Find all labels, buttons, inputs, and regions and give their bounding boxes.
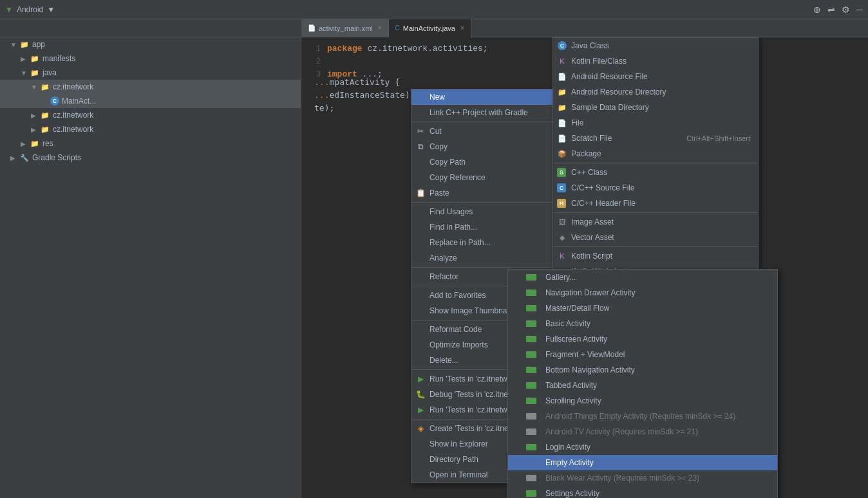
folder-icon-cz: 📁 — [40, 82, 50, 92]
sidebar-item-manifests[interactable]: ▶ 📁 manifests — [0, 51, 301, 66]
editor-bg-code: ...mpatActivity { ...edInstanceState) { … — [314, 76, 420, 115]
submenu2-nav-drawer[interactable]: Navigation Drawer Activity — [508, 285, 777, 300]
tab-close-xml[interactable]: × — [378, 24, 382, 32]
editor-area: 1 package cz.itnetwork.activities; 2 3 i… — [301, 37, 868, 498]
expand-arrow-cz: ▼ — [31, 84, 37, 91]
submenu1-divider1 — [553, 163, 758, 163]
submenu2-fragment-viewmodel[interactable]: Fragment + ViewModel — [508, 347, 777, 362]
submenu1-android-res[interactable]: 📄 Android Resource File — [553, 69, 758, 84]
submenu1-image-asset[interactable]: 🖼 Image Asset — [553, 214, 758, 230]
submenu1-label-java-class: Java Class — [571, 41, 609, 50]
sidebar-item-mainactivity[interactable]: C MainAct... — [0, 94, 301, 108]
fullscreen-icon — [526, 336, 536, 342]
submenu1-divider3 — [553, 246, 758, 247]
dropdown-icon[interactable]: ▼ — [47, 5, 55, 14]
submenu2-gallery[interactable]: Gallery... — [508, 270, 777, 285]
minimize-icon[interactable]: ─ — [856, 5, 863, 15]
sidebar-item-cz3[interactable]: ▶ 📁 cz.itnetwork — [0, 122, 301, 136]
menu-label-image-thumbnails: Show Image Thumbnails — [429, 306, 514, 315]
basic-activity-icon — [526, 320, 536, 327]
submenu1-sample-data[interactable]: 📁 Sample Data Directory — [553, 100, 758, 115]
folder-icon-cz3: 📁 — [40, 124, 50, 134]
sidebar-item-java[interactable]: ▼ 📁 java — [0, 66, 301, 80]
menu-label-add-favorites: Add to Favorites — [429, 291, 486, 300]
tab-activity-main-xml[interactable]: 📄 activity_main.xml × — [301, 19, 389, 37]
submenu2-fullscreen[interactable]: Fullscreen Activity — [508, 331, 777, 347]
java-tab-icon: C — [395, 24, 400, 32]
android-things-icon — [526, 413, 536, 420]
submenu1-cpp-class[interactable]: S C++ Class — [553, 165, 758, 180]
menu-label-replace-path: Replace in Path... — [429, 238, 491, 247]
blank-wear-icon — [526, 475, 536, 481]
submenu2-android-tv[interactable]: Android TV Activity (Requires minSdk >= … — [508, 424, 777, 439]
tab-close-java[interactable]: × — [460, 24, 464, 32]
submenu1-package[interactable]: 📦 Package — [553, 146, 758, 161]
file-icon: 📄 — [557, 118, 567, 128]
submenu1-label-package: Package — [571, 149, 601, 158]
menu-label-paste: Paste — [429, 189, 449, 198]
title-bar-left: ▼ Android ▼ — [5, 5, 55, 14]
menu-label-optimize: Optimize Imports — [429, 340, 488, 349]
cpp-src-icon: C — [557, 183, 566, 192]
sidebar-item-app[interactable]: ▼ 📁 app — [0, 37, 301, 51]
master-detail-icon — [526, 305, 536, 311]
submenu1-label-android-res-dir: Android Resource Directory — [571, 88, 666, 97]
submenu2-label-bottom-nav: Bottom Navigation Activity — [545, 365, 635, 374]
submenu2-bottom-nav[interactable]: Bottom Navigation Activity — [508, 362, 777, 378]
paste-icon: 📋 — [415, 188, 426, 198]
submenu2-label-login: Login Activity — [545, 443, 590, 452]
submenu2-blank-wear[interactable]: Blank Wear Activity (Requires minSdk >= … — [508, 470, 777, 486]
package-icon: 📦 — [557, 149, 567, 159]
submenu1-scratch[interactable]: 📄 Scratch File Ctrl+Alt+Shift+Insert — [553, 131, 758, 146]
tab-bar: 📄 activity_main.xml × C MainActivity.jav… — [0, 19, 868, 37]
submenu1-java-class[interactable]: C Java Class — [553, 38, 758, 53]
menu-label-cut: Cut — [429, 127, 442, 136]
submenu2-android-things[interactable]: Android Things Empty Activity (Requires … — [508, 409, 777, 424]
submenu1-android-res-dir[interactable]: 📁 Android Resource Directory — [553, 84, 758, 100]
submenu2-label-settings: Settings Activity — [545, 489, 599, 498]
submenu1-label-image-asset: Image Asset — [571, 217, 614, 226]
submenu1-file[interactable]: 📄 File — [553, 115, 758, 131]
sidebar-label-cz: cz.itnetwork — [53, 82, 93, 91]
submenu2-tabbed[interactable]: Tabbed Activity — [508, 378, 777, 393]
sidebar-label-res: res — [42, 139, 53, 148]
folder-icon-java: 📁 — [30, 68, 40, 78]
gear-icon[interactable]: ⚙ — [842, 5, 850, 15]
sidebar: ▼ 📁 app ▶ 📁 manifests ▼ 📁 java ▼ 📁 cz.it… — [0, 37, 301, 498]
sidebar-label-cz2: cz.itnetwork — [53, 111, 93, 120]
xml-icon: 📄 — [308, 24, 316, 32]
submenu2-scrolling[interactable]: Scrolling Activity — [508, 393, 777, 409]
menu-label-refactor: Refactor — [429, 272, 458, 281]
submenu2-basic-activity[interactable]: Basic Activity — [508, 316, 777, 331]
class-icon-main: C — [50, 97, 59, 106]
folder-icon-app: 📁 — [19, 39, 30, 50]
submenu1-kotlin[interactable]: K Kotlin File/Class — [553, 53, 758, 69]
submenu1-cpp-src[interactable]: C C/C++ Source File — [553, 180, 758, 196]
sidebar-item-gradle[interactable]: ▶ 🔧 Gradle Scripts — [0, 151, 301, 165]
submenu2-settings[interactable]: Settings Activity — [508, 486, 777, 498]
menu-label-find-path: Find in Path... — [429, 223, 477, 232]
submenu2-login[interactable]: Login Activity — [508, 439, 777, 455]
submenu1-label-scratch: Scratch File — [571, 134, 612, 143]
vector-asset-icon: ◆ — [557, 232, 567, 243]
java-class-icon: C — [557, 41, 567, 51]
expand-arrow-res: ▶ — [21, 140, 27, 147]
kotlin-script-icon: K — [557, 251, 567, 261]
submenu-activity: Gallery... Navigation Drawer Activity Ma… — [507, 269, 778, 498]
sidebar-item-cz2[interactable]: ▶ 📁 cz.itnetwork — [0, 108, 301, 122]
tab-main-activity-java[interactable]: C MainActivity.java × — [389, 19, 471, 37]
tab-label-xml: activity_main.xml — [319, 24, 373, 32]
line-num-1: 1 — [301, 42, 327, 55]
sidebar-item-res[interactable]: ▶ 📁 res — [0, 136, 301, 151]
submenu2-empty-activity[interactable]: Empty Activity — [508, 455, 777, 470]
menu-label-link-cpp: Link C++ Project with Gradle — [429, 108, 528, 117]
submenu1-kotlin-script[interactable]: K Kotlin Script — [553, 248, 758, 264]
globe-icon[interactable]: ⊕ — [813, 5, 821, 15]
sidebar-item-cz-itnetwork[interactable]: ▼ 📁 cz.itnetwork — [0, 80, 301, 94]
submenu2-master-detail[interactable]: Master/Detail Flow — [508, 300, 777, 316]
split-icon[interactable]: ⇌ — [827, 5, 835, 15]
title-bar: ▼ Android ▼ ⊕ ⇌ ⚙ ─ — [0, 0, 868, 19]
submenu1-cpp-h[interactable]: H C/C++ Header File — [553, 196, 758, 211]
submenu1-label-kotlin: Kotlin File/Class — [571, 57, 627, 66]
submenu1-vector-asset[interactable]: ◆ Vector Asset — [553, 230, 758, 245]
